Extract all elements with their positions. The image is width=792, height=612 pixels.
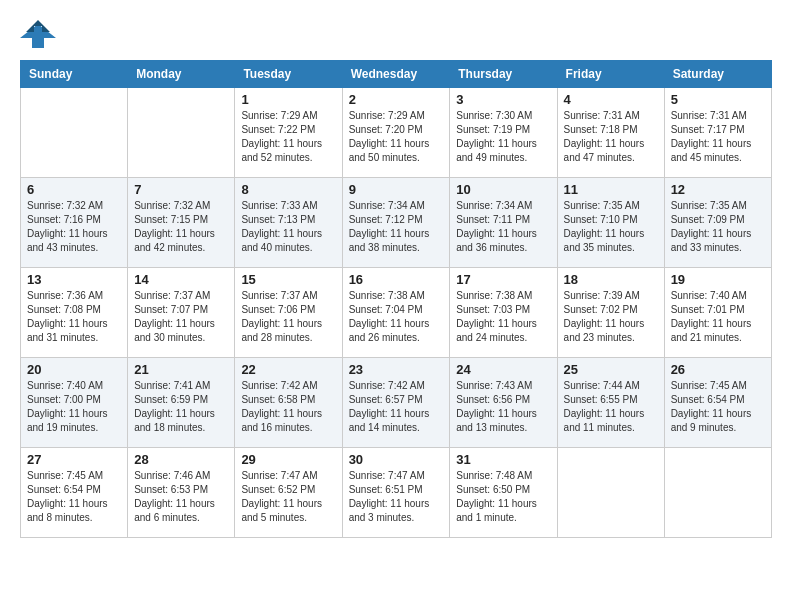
day-info: Sunrise: 7:38 AM Sunset: 7:03 PM Dayligh… [456,289,550,345]
calendar-cell: 3Sunrise: 7:30 AM Sunset: 7:19 PM Daylig… [450,88,557,178]
day-number: 6 [27,182,121,197]
day-info: Sunrise: 7:45 AM Sunset: 6:54 PM Dayligh… [27,469,121,525]
logo-icon [20,20,56,50]
calendar-cell: 21Sunrise: 7:41 AM Sunset: 6:59 PM Dayli… [128,358,235,448]
day-info: Sunrise: 7:37 AM Sunset: 7:07 PM Dayligh… [134,289,228,345]
weekday-header: Thursday [450,61,557,88]
calendar-cell: 27Sunrise: 7:45 AM Sunset: 6:54 PM Dayli… [21,448,128,538]
day-info: Sunrise: 7:29 AM Sunset: 7:20 PM Dayligh… [349,109,444,165]
calendar-cell: 2Sunrise: 7:29 AM Sunset: 7:20 PM Daylig… [342,88,450,178]
day-number: 12 [671,182,765,197]
calendar-header-row: SundayMondayTuesdayWednesdayThursdayFrid… [21,61,772,88]
day-info: Sunrise: 7:33 AM Sunset: 7:13 PM Dayligh… [241,199,335,255]
calendar-cell: 9Sunrise: 7:34 AM Sunset: 7:12 PM Daylig… [342,178,450,268]
day-info: Sunrise: 7:35 AM Sunset: 7:09 PM Dayligh… [671,199,765,255]
weekday-header: Saturday [664,61,771,88]
weekday-header: Tuesday [235,61,342,88]
day-info: Sunrise: 7:31 AM Sunset: 7:18 PM Dayligh… [564,109,658,165]
calendar-cell: 24Sunrise: 7:43 AM Sunset: 6:56 PM Dayli… [450,358,557,448]
day-number: 30 [349,452,444,467]
calendar-cell: 20Sunrise: 7:40 AM Sunset: 7:00 PM Dayli… [21,358,128,448]
day-info: Sunrise: 7:32 AM Sunset: 7:16 PM Dayligh… [27,199,121,255]
day-info: Sunrise: 7:40 AM Sunset: 7:01 PM Dayligh… [671,289,765,345]
calendar-body: 1Sunrise: 7:29 AM Sunset: 7:22 PM Daylig… [21,88,772,538]
calendar-cell: 26Sunrise: 7:45 AM Sunset: 6:54 PM Dayli… [664,358,771,448]
day-number: 28 [134,452,228,467]
calendar-cell: 25Sunrise: 7:44 AM Sunset: 6:55 PM Dayli… [557,358,664,448]
day-info: Sunrise: 7:34 AM Sunset: 7:12 PM Dayligh… [349,199,444,255]
day-info: Sunrise: 7:39 AM Sunset: 7:02 PM Dayligh… [564,289,658,345]
day-info: Sunrise: 7:47 AM Sunset: 6:51 PM Dayligh… [349,469,444,525]
weekday-header: Sunday [21,61,128,88]
calendar-cell: 13Sunrise: 7:36 AM Sunset: 7:08 PM Dayli… [21,268,128,358]
calendar-cell: 14Sunrise: 7:37 AM Sunset: 7:07 PM Dayli… [128,268,235,358]
day-number: 10 [456,182,550,197]
day-info: Sunrise: 7:48 AM Sunset: 6:50 PM Dayligh… [456,469,550,525]
calendar-cell: 31Sunrise: 7:48 AM Sunset: 6:50 PM Dayli… [450,448,557,538]
calendar-cell: 8Sunrise: 7:33 AM Sunset: 7:13 PM Daylig… [235,178,342,268]
day-info: Sunrise: 7:34 AM Sunset: 7:11 PM Dayligh… [456,199,550,255]
day-number: 26 [671,362,765,377]
calendar-cell: 17Sunrise: 7:38 AM Sunset: 7:03 PM Dayli… [450,268,557,358]
calendar-cell: 30Sunrise: 7:47 AM Sunset: 6:51 PM Dayli… [342,448,450,538]
logo [20,20,62,50]
calendar-cell [664,448,771,538]
day-info: Sunrise: 7:31 AM Sunset: 7:17 PM Dayligh… [671,109,765,165]
weekday-header: Wednesday [342,61,450,88]
day-number: 25 [564,362,658,377]
calendar-week-row: 6Sunrise: 7:32 AM Sunset: 7:16 PM Daylig… [21,178,772,268]
day-number: 5 [671,92,765,107]
calendar-cell: 22Sunrise: 7:42 AM Sunset: 6:58 PM Dayli… [235,358,342,448]
day-info: Sunrise: 7:42 AM Sunset: 6:58 PM Dayligh… [241,379,335,435]
day-number: 8 [241,182,335,197]
day-number: 1 [241,92,335,107]
page-header [20,20,772,50]
day-number: 23 [349,362,444,377]
calendar-cell: 23Sunrise: 7:42 AM Sunset: 6:57 PM Dayli… [342,358,450,448]
day-number: 21 [134,362,228,377]
calendar-cell: 4Sunrise: 7:31 AM Sunset: 7:18 PM Daylig… [557,88,664,178]
day-number: 2 [349,92,444,107]
calendar-week-row: 13Sunrise: 7:36 AM Sunset: 7:08 PM Dayli… [21,268,772,358]
day-info: Sunrise: 7:42 AM Sunset: 6:57 PM Dayligh… [349,379,444,435]
day-info: Sunrise: 7:38 AM Sunset: 7:04 PM Dayligh… [349,289,444,345]
calendar-cell: 16Sunrise: 7:38 AM Sunset: 7:04 PM Dayli… [342,268,450,358]
day-number: 16 [349,272,444,287]
calendar-cell: 5Sunrise: 7:31 AM Sunset: 7:17 PM Daylig… [664,88,771,178]
day-info: Sunrise: 7:32 AM Sunset: 7:15 PM Dayligh… [134,199,228,255]
day-info: Sunrise: 7:29 AM Sunset: 7:22 PM Dayligh… [241,109,335,165]
calendar-cell: 18Sunrise: 7:39 AM Sunset: 7:02 PM Dayli… [557,268,664,358]
day-number: 11 [564,182,658,197]
calendar-week-row: 20Sunrise: 7:40 AM Sunset: 7:00 PM Dayli… [21,358,772,448]
calendar-cell: 6Sunrise: 7:32 AM Sunset: 7:16 PM Daylig… [21,178,128,268]
day-number: 17 [456,272,550,287]
calendar-cell: 19Sunrise: 7:40 AM Sunset: 7:01 PM Dayli… [664,268,771,358]
calendar-cell: 10Sunrise: 7:34 AM Sunset: 7:11 PM Dayli… [450,178,557,268]
day-number: 22 [241,362,335,377]
day-number: 13 [27,272,121,287]
svg-marker-0 [20,24,56,48]
day-info: Sunrise: 7:36 AM Sunset: 7:08 PM Dayligh… [27,289,121,345]
day-info: Sunrise: 7:44 AM Sunset: 6:55 PM Dayligh… [564,379,658,435]
day-info: Sunrise: 7:47 AM Sunset: 6:52 PM Dayligh… [241,469,335,525]
calendar-cell: 15Sunrise: 7:37 AM Sunset: 7:06 PM Dayli… [235,268,342,358]
calendar-cell: 7Sunrise: 7:32 AM Sunset: 7:15 PM Daylig… [128,178,235,268]
day-number: 27 [27,452,121,467]
day-number: 29 [241,452,335,467]
day-info: Sunrise: 7:41 AM Sunset: 6:59 PM Dayligh… [134,379,228,435]
day-number: 18 [564,272,658,287]
weekday-header: Friday [557,61,664,88]
day-info: Sunrise: 7:40 AM Sunset: 7:00 PM Dayligh… [27,379,121,435]
calendar-cell [128,88,235,178]
day-number: 9 [349,182,444,197]
calendar-cell [557,448,664,538]
day-info: Sunrise: 7:46 AM Sunset: 6:53 PM Dayligh… [134,469,228,525]
day-number: 4 [564,92,658,107]
day-info: Sunrise: 7:45 AM Sunset: 6:54 PM Dayligh… [671,379,765,435]
calendar-cell: 1Sunrise: 7:29 AM Sunset: 7:22 PM Daylig… [235,88,342,178]
calendar-week-row: 1Sunrise: 7:29 AM Sunset: 7:22 PM Daylig… [21,88,772,178]
calendar-cell: 12Sunrise: 7:35 AM Sunset: 7:09 PM Dayli… [664,178,771,268]
day-number: 7 [134,182,228,197]
calendar-cell: 11Sunrise: 7:35 AM Sunset: 7:10 PM Dayli… [557,178,664,268]
day-info: Sunrise: 7:43 AM Sunset: 6:56 PM Dayligh… [456,379,550,435]
